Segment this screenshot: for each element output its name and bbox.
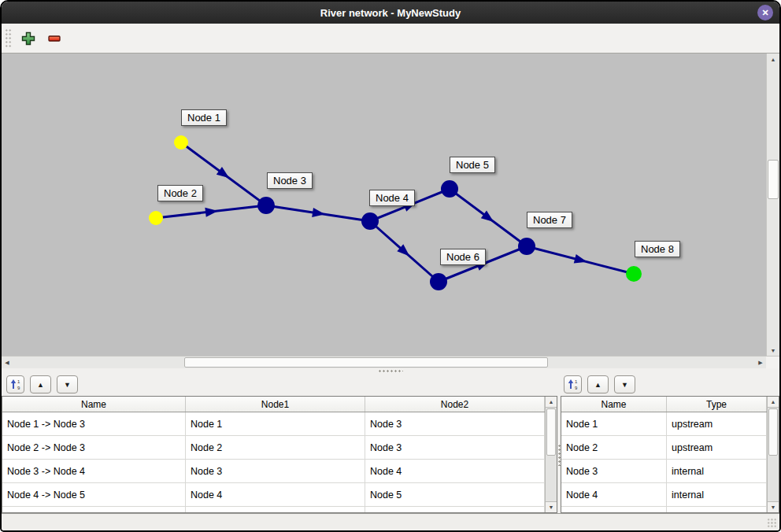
toolbar-grip-handle[interactable] <box>5 28 12 49</box>
column-header-name[interactable]: Name <box>2 397 186 412</box>
table-cell[interactable]: Node 1 <box>561 412 667 435</box>
graph-edge-node-5-node-7[interactable] <box>450 189 527 246</box>
node-label-node-5[interactable]: Node 5 <box>450 157 495 173</box>
add-node-button[interactable] <box>19 29 38 48</box>
table-cell[interactable]: Node 5 <box>365 483 545 506</box>
node-label-node-8[interactable]: Node 8 <box>635 241 680 257</box>
nodes-move-down-button[interactable]: ▼ <box>614 375 635 393</box>
vertical-scroll-thumb[interactable] <box>768 160 779 199</box>
table-cell[interactable]: internal <box>667 460 767 482</box>
canvas-horizontal-scrollbar[interactable]: ◀ ▶ <box>2 356 766 368</box>
scroll-left-icon[interactable]: ◀ <box>2 357 12 368</box>
table-cell[interactable]: Node 2 <box>186 436 365 459</box>
nodes-table-scrollbar[interactable]: ▲ ▼ <box>767 397 779 512</box>
table-row[interactable]: Node 2 -> Node 3Node 2Node 3 <box>2 436 545 460</box>
table-cell[interactable] <box>561 507 667 512</box>
table-cell[interactable]: Node 1 -> Node 3 <box>2 412 186 435</box>
up-arrow-icon: ▲ <box>37 381 44 389</box>
resize-grip-icon[interactable] <box>767 518 777 528</box>
links-table-scrollbar[interactable]: ▲ ▼ <box>545 397 557 512</box>
graph-node-node-5[interactable] <box>441 180 458 198</box>
table-row[interactable]: Node 4internal <box>561 483 767 507</box>
title-bar[interactable]: River network - MyNewStudy ✕ <box>2 2 779 24</box>
nodes-move-up-button[interactable]: ▲ <box>587 375 609 393</box>
table-row[interactable] <box>561 507 767 512</box>
table-cell[interactable]: upstream <box>667 412 767 435</box>
graph-node-node-7[interactable] <box>518 238 535 255</box>
table-cell[interactable]: Node 2 -> Node 3 <box>2 436 186 459</box>
column-header-name[interactable]: Name <box>561 397 667 412</box>
table-row[interactable] <box>2 507 545 512</box>
links-move-up-button[interactable]: ▲ <box>30 375 51 393</box>
table-row[interactable]: Node 4 -> Node 5Node 4Node 5 <box>2 483 545 507</box>
graph-node-node-6[interactable] <box>430 273 447 290</box>
table-cell[interactable]: Node 4 -> Node 5 <box>2 483 186 506</box>
graph-edge-node-2-node-3[interactable] <box>156 205 266 218</box>
table-cell[interactable] <box>186 507 365 512</box>
table-cell[interactable]: Node 3 <box>561 460 667 482</box>
node-label-node-3[interactable]: Node 3 <box>267 172 313 189</box>
horizontal-scroll-thumb[interactable] <box>184 357 548 368</box>
table-cell[interactable]: Node 4 <box>561 483 667 506</box>
node-label-node-7[interactable]: Node 7 <box>527 212 572 228</box>
canvas-hscroll-row: ◀ ▶ <box>2 356 779 368</box>
table-cell[interactable]: Node 1 <box>186 412 365 435</box>
nodes-table: NameType Node 1upstreamNode 2upstreamNod… <box>561 396 779 513</box>
table-cell[interactable]: Node 4 <box>365 460 545 482</box>
graph-node-node-8[interactable] <box>626 266 642 282</box>
table-cell[interactable] <box>2 507 186 512</box>
node-label-node-2[interactable]: Node 2 <box>157 185 203 201</box>
node-label-node-6[interactable]: Node 6 <box>440 249 486 265</box>
table-row[interactable]: Node 2upstream <box>561 436 767 460</box>
graph-edge-node-7-node-8[interactable] <box>527 246 634 274</box>
scroll-down-icon[interactable]: ▼ <box>767 345 779 355</box>
down-arrow-icon: ▼ <box>64 381 71 389</box>
column-header-node2[interactable]: Node2 <box>365 397 545 412</box>
graph-edge-node-4-node-6[interactable] <box>370 221 439 282</box>
close-icon: ✕ <box>761 8 768 18</box>
links-table-body: Node 1 -> Node 3Node 1Node 3Node 2 -> No… <box>2 412 545 512</box>
table-row[interactable]: Node 1 -> Node 3Node 1Node 3 <box>2 412 545 436</box>
table-row[interactable]: Node 3 -> Node 4Node 3Node 4 <box>2 460 545 483</box>
column-header-node1[interactable]: Node1 <box>186 397 365 412</box>
network-canvas[interactable]: Node 1Node 2Node 3Node 4Node 5Node 6Node… <box>2 54 766 356</box>
close-button[interactable]: ✕ <box>757 5 773 20</box>
scroll-down-icon[interactable]: ▼ <box>546 501 557 512</box>
graph-node-node-4[interactable] <box>361 212 379 230</box>
links-sort-button[interactable]: 1 9 <box>6 375 24 393</box>
panel-splitter[interactable] <box>2 368 779 374</box>
graph-node-node-3[interactable] <box>257 197 275 214</box>
nodes-table-buttons: 1 9 ▲ ▼ <box>564 375 635 393</box>
canvas-vertical-scrollbar[interactable]: ▲ ▼ <box>766 54 779 356</box>
scroll-up-icon[interactable]: ▲ <box>768 397 779 408</box>
graph-edge-node-3-node-4[interactable] <box>266 205 370 221</box>
column-header-type[interactable]: Type <box>667 397 767 412</box>
scroll-down-icon[interactable]: ▼ <box>768 501 779 512</box>
nodes-scroll-thumb[interactable] <box>768 408 778 456</box>
table-cell[interactable]: Node 4 <box>186 483 365 506</box>
table-cell[interactable] <box>667 507 767 512</box>
scroll-right-icon[interactable]: ▶ <box>756 357 765 368</box>
links-move-down-button[interactable]: ▼ <box>57 375 78 393</box>
table-cell[interactable]: Node 3 <box>186 460 365 482</box>
table-row[interactable]: Node 1upstream <box>561 412 767 436</box>
scroll-up-icon[interactable]: ▲ <box>546 397 557 408</box>
table-cell[interactable]: upstream <box>667 436 767 459</box>
table-cell[interactable]: Node 3 <box>365 412 545 435</box>
links-scroll-thumb[interactable] <box>546 408 556 456</box>
links-table-main: NameNode1Node2 Node 1 -> Node 3Node 1Nod… <box>2 397 545 512</box>
scroll-up-icon[interactable]: ▲ <box>767 54 779 64</box>
node-label-node-4[interactable]: Node 4 <box>369 190 415 206</box>
node-label-node-1[interactable]: Node 1 <box>181 109 227 126</box>
remove-node-button[interactable] <box>45 29 64 48</box>
scrollbar-corner <box>766 356 779 368</box>
table-cell[interactable]: Node 3 <box>365 436 545 459</box>
graph-node-node-1[interactable] <box>174 135 188 150</box>
graph-node-node-2[interactable] <box>149 211 163 225</box>
table-cell[interactable]: Node 2 <box>561 436 667 459</box>
table-cell[interactable] <box>365 507 545 512</box>
table-row[interactable]: Node 3internal <box>561 460 767 483</box>
table-cell[interactable]: internal <box>667 483 767 506</box>
nodes-sort-button[interactable]: 1 9 <box>564 375 582 393</box>
table-cell[interactable]: Node 3 -> Node 4 <box>2 460 186 482</box>
